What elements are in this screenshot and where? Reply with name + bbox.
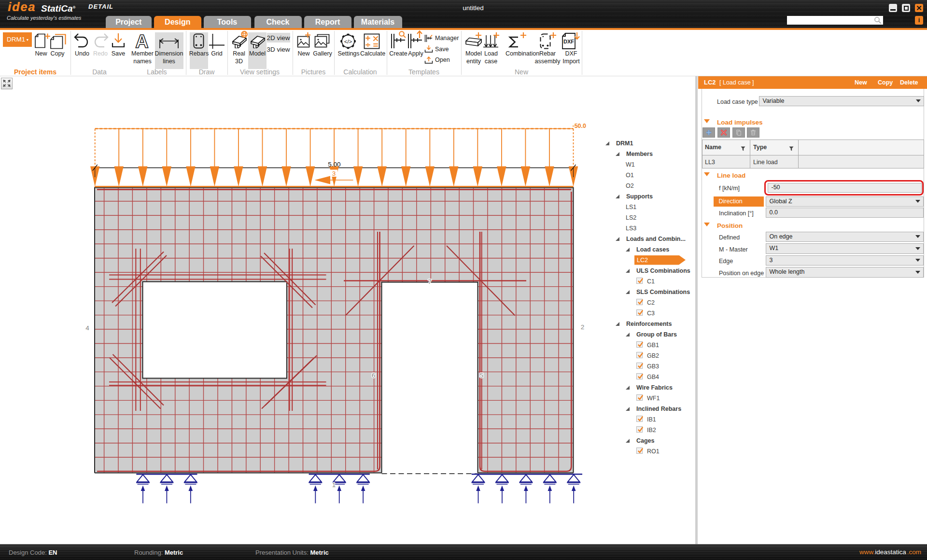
svg-text:5.00: 5.00	[328, 161, 340, 168]
svg-text:4: 4	[85, 324, 89, 332]
svg-text:6: 6	[372, 372, 376, 379]
svg-text:2: 2	[581, 323, 585, 331]
svg-text:5: 5	[480, 372, 484, 379]
svg-text:1: 1	[332, 481, 336, 489]
svg-text:7: 7	[428, 278, 432, 285]
svg-text:-50.0: -50.0	[573, 123, 587, 129]
svg-text:3: 3	[332, 170, 336, 177]
